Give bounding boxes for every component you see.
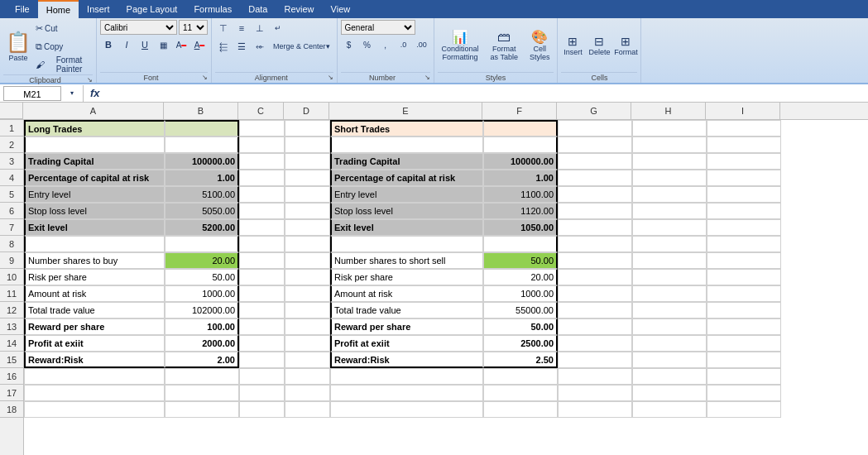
wrap-text-button[interactable]: ↵ [270,20,286,36]
cell-H18[interactable] [632,401,707,418]
cell-styles-button[interactable]: 🎨 Cell Styles [525,27,554,64]
cell-D17[interactable] [285,385,330,401]
cell-I16[interactable] [707,368,781,385]
cell-B4[interactable]: 1.00 [165,170,239,186]
row-header-3[interactable]: 3 [0,153,23,170]
cell-B17[interactable] [165,385,239,401]
copy-button[interactable]: ⧉ Copy [35,38,93,55]
cell-D4[interactable] [285,170,330,186]
cell-H7[interactable] [632,219,707,236]
cell-C7[interactable] [239,219,285,236]
align-left-button[interactable]: ⬱ [215,38,232,55]
cell-H2[interactable] [632,136,707,153]
cell-A15[interactable]: Reward:Risk [24,352,165,368]
cell-B3[interactable]: 100000.00 [165,153,239,170]
currency-button[interactable]: $ [341,36,357,53]
cell-F14[interactable]: 2500.00 [483,335,558,352]
cell-E14[interactable]: Profit at exiit [330,335,483,352]
col-header-D[interactable]: D [284,103,329,119]
cell-D13[interactable] [285,318,330,335]
cell-E13[interactable]: Reward per share [330,318,483,335]
corner-cell[interactable] [0,103,23,119]
cell-E6[interactable]: Stop loss level [330,203,483,219]
col-header-I[interactable]: I [706,103,780,119]
cell-E10[interactable]: Risk per share [330,269,483,285]
cell-H6[interactable] [632,203,707,219]
cell-D9[interactable] [285,252,330,269]
cell-F3[interactable]: 100000.00 [483,153,558,170]
col-header-A[interactable]: A [23,103,164,119]
cell-H10[interactable] [632,269,707,285]
cell-E9[interactable]: Number shares to short sell [330,252,483,269]
cell-E12[interactable]: Total trade value [330,302,483,318]
cell-G8[interactable] [558,236,632,252]
font-name-select[interactable]: Calibri [100,20,177,35]
cell-E7[interactable]: Exit level [330,219,483,236]
cell-D3[interactable] [285,153,330,170]
cell-I6[interactable] [707,203,781,219]
cell-B2[interactable] [165,136,239,153]
cell-F12[interactable]: 55000.00 [483,302,558,318]
cell-E16[interactable] [330,368,483,385]
row-header-9[interactable]: 9 [0,252,23,269]
cell-H14[interactable] [632,335,707,352]
formula-input[interactable] [107,86,865,101]
cut-button[interactable]: ✂ Cut [35,20,93,36]
cell-A16[interactable] [24,368,165,385]
cell-I3[interactable] [707,153,781,170]
cell-E2[interactable] [330,136,483,153]
fx-label[interactable]: fx [87,87,103,99]
cell-B13[interactable]: 100.00 [165,318,239,335]
format-button[interactable]: ⊞ Format [614,27,637,64]
clipboard-expander[interactable]: ↘ [87,76,93,84]
cell-I10[interactable] [707,269,781,285]
cell-I4[interactable] [707,170,781,186]
cell-H15[interactable] [632,352,707,368]
cell-F11[interactable]: 1000.00 [483,285,558,302]
row-header-11[interactable]: 11 [0,285,23,302]
row-header-18[interactable]: 18 [0,401,23,418]
row-header-8[interactable]: 8 [0,236,23,252]
cell-reference-box[interactable]: M21 [3,86,61,101]
cell-C9[interactable] [239,252,285,269]
row-header-7[interactable]: 7 [0,219,23,236]
tab-page-layout[interactable]: Page Layout [118,0,186,18]
cell-F4[interactable]: 1.00 [483,170,558,186]
cell-A13[interactable]: Reward per share [24,318,165,335]
cell-C8[interactable] [239,236,285,252]
cell-F5[interactable]: 1100.00 [483,186,558,203]
cell-C4[interactable] [239,170,285,186]
name-box-dropdown[interactable]: ▾ [65,85,79,102]
cell-D11[interactable] [285,285,330,302]
cell-G11[interactable] [558,285,632,302]
format-painter-button[interactable]: 🖌 Format Painter [35,56,93,73]
cell-I9[interactable] [707,252,781,269]
col-header-H[interactable]: H [631,103,706,119]
cell-A14[interactable]: Profit at exiit [24,335,165,352]
conditional-formatting-button[interactable]: 📊 Conditional Formatting [438,27,483,64]
row-header-2[interactable]: 2 [0,136,23,153]
tab-file[interactable]: File [7,0,38,18]
cell-D5[interactable] [285,186,330,203]
decrease-decimal-button[interactable]: .0 [396,36,412,53]
insert-button[interactable]: ⊞ Insert [561,27,584,64]
cell-C13[interactable] [239,318,285,335]
cell-A2[interactable] [24,136,165,153]
cell-I15[interactable] [707,352,781,368]
cell-H1[interactable] [632,120,707,136]
cell-D7[interactable] [285,219,330,236]
cell-E8[interactable] [330,236,483,252]
underline-button[interactable]: U [137,36,153,53]
cell-D18[interactable] [285,401,330,418]
cell-B11[interactable]: 1000.00 [165,285,239,302]
tab-review[interactable]: Review [276,0,322,18]
cell-F9[interactable]: 50.00 [483,252,558,269]
cell-E11[interactable]: Amount at risk [330,285,483,302]
cell-H11[interactable] [632,285,707,302]
row-header-13[interactable]: 13 [0,318,23,335]
cell-A5[interactable]: Entry level [24,186,165,203]
cell-D8[interactable] [285,236,330,252]
cell-G1[interactable] [558,120,632,136]
cell-C18[interactable] [239,401,285,418]
italic-button[interactable]: I [118,36,135,53]
